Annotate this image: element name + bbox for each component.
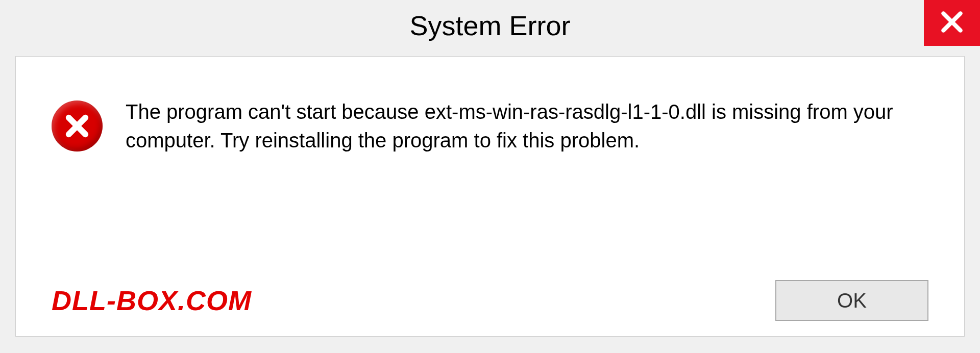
dialog-title: System Error	[409, 10, 570, 41]
ok-button[interactable]: OK	[775, 280, 928, 321]
watermark-text: DLL-BOX.COM	[52, 285, 252, 316]
close-button[interactable]	[924, 0, 980, 46]
ok-button-label: OK	[837, 289, 867, 312]
dialog-footer: DLL-BOX.COM OK	[52, 280, 928, 321]
dialog-message: The program can't start because ext-ms-w…	[126, 97, 928, 155]
close-icon	[939, 9, 965, 37]
dialog-content-panel: The program can't start because ext-ms-w…	[15, 56, 965, 337]
titlebar: System Error	[0, 0, 980, 51]
error-icon	[52, 100, 103, 152]
message-row: The program can't start because ext-ms-w…	[52, 97, 928, 155]
